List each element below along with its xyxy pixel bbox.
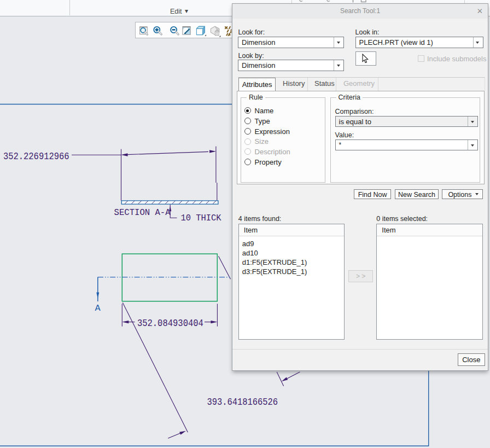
- svg-text:SECTION A-A: SECTION A-A: [114, 207, 171, 218]
- svg-text:A: A: [95, 303, 101, 313]
- svg-text:10 THICK: 10 THICK: [181, 213, 222, 223]
- svg-text:352.084930404: 352.084930404: [137, 318, 203, 329]
- svg-text:393.6418166526: 393.6418166526: [207, 397, 278, 408]
- svg-text:352.226912966: 352.226912966: [3, 151, 69, 162]
